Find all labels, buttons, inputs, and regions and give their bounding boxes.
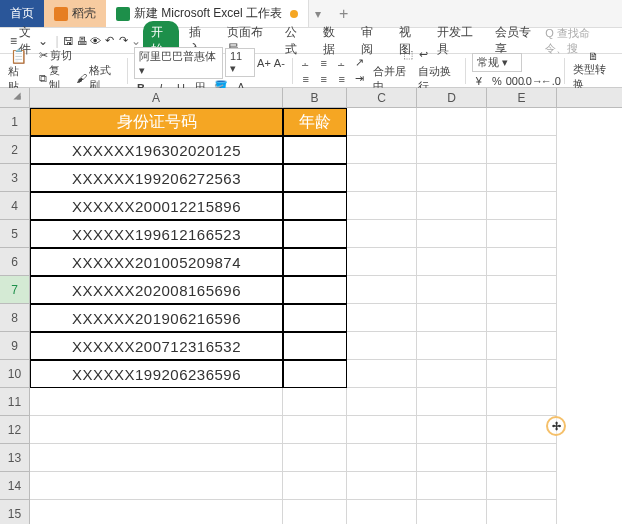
- cell-b1[interactable]: 年龄: [283, 108, 347, 136]
- cell-a10[interactable]: XXXXXX199206236596: [30, 360, 283, 388]
- cell-c13[interactable]: [347, 444, 417, 472]
- decimal-inc-icon[interactable]: .0→: [526, 74, 540, 88]
- cell-b3[interactable]: [283, 164, 347, 192]
- preview-icon[interactable]: 👁: [90, 34, 102, 48]
- col-header-b[interactable]: B: [283, 88, 347, 107]
- merge-icon[interactable]: ⬚: [401, 48, 415, 62]
- cell-a7[interactable]: XXXXXX202008165696: [30, 276, 283, 304]
- qat-chevron-icon[interactable]: ⌄: [131, 34, 141, 48]
- row-header[interactable]: 2: [0, 136, 30, 164]
- row-header[interactable]: 12: [0, 416, 30, 444]
- cell-e9[interactable]: [487, 332, 557, 360]
- row-header[interactable]: 4: [0, 192, 30, 220]
- cell-a11[interactable]: [30, 388, 283, 416]
- cell-c14[interactable]: [347, 472, 417, 500]
- cell-c10[interactable]: [347, 360, 417, 388]
- cell-d11[interactable]: [417, 388, 487, 416]
- cell-d13[interactable]: [417, 444, 487, 472]
- row-header[interactable]: 5: [0, 220, 30, 248]
- cell-e14[interactable]: [487, 472, 557, 500]
- indent-icon[interactable]: ⇥: [353, 72, 367, 86]
- cell-c5[interactable]: [347, 220, 417, 248]
- cell-b15[interactable]: [283, 500, 347, 524]
- cell-c11[interactable]: [347, 388, 417, 416]
- cell-a1[interactable]: 身份证号码: [30, 108, 283, 136]
- cell-c15[interactable]: [347, 500, 417, 524]
- cell-e11[interactable]: [487, 388, 557, 416]
- align-left-icon[interactable]: ≡: [299, 72, 313, 86]
- cell-a12[interactable]: [30, 416, 283, 444]
- col-header-c[interactable]: C: [347, 88, 417, 107]
- cell-b10[interactable]: [283, 360, 347, 388]
- select-all-corner[interactable]: [0, 88, 30, 107]
- type-convert-button[interactable]: 🗎 类型转换: [571, 50, 616, 92]
- cell-d9[interactable]: [417, 332, 487, 360]
- cell-a9[interactable]: XXXXXX200712316532: [30, 332, 283, 360]
- cell-c6[interactable]: [347, 248, 417, 276]
- cell-d1[interactable]: [417, 108, 487, 136]
- cell-b7[interactable]: [283, 276, 347, 304]
- cut-button[interactable]: ✂剪切: [37, 48, 74, 63]
- cell-e3[interactable]: [487, 164, 557, 192]
- align-right-icon[interactable]: ≡: [335, 72, 349, 86]
- ribbon-data[interactable]: 数据: [315, 21, 351, 61]
- font-size-select[interactable]: 11 ▾: [225, 48, 255, 77]
- cell-b8[interactable]: [283, 304, 347, 332]
- cell-d7[interactable]: [417, 276, 487, 304]
- cell-d3[interactable]: [417, 164, 487, 192]
- cell-a8[interactable]: XXXXXX201906216596: [30, 304, 283, 332]
- currency-icon[interactable]: ¥: [472, 74, 486, 88]
- cell-b13[interactable]: [283, 444, 347, 472]
- redo-icon[interactable]: ↷: [117, 34, 129, 48]
- cell-a4[interactable]: XXXXXX200012215896: [30, 192, 283, 220]
- save-icon[interactable]: 🖫: [63, 34, 75, 48]
- cell-a13[interactable]: [30, 444, 283, 472]
- cell-e6[interactable]: [487, 248, 557, 276]
- decimal-dec-icon[interactable]: ←.0: [544, 74, 558, 88]
- col-header-d[interactable]: D: [417, 88, 487, 107]
- cell-e1[interactable]: [487, 108, 557, 136]
- cell-d15[interactable]: [417, 500, 487, 524]
- align-center-icon[interactable]: ≡: [317, 72, 331, 86]
- row-header[interactable]: 1: [0, 108, 30, 136]
- row-header[interactable]: 11: [0, 388, 30, 416]
- row-header[interactable]: 7: [0, 276, 30, 304]
- cell-c3[interactable]: [347, 164, 417, 192]
- cell-b12[interactable]: [283, 416, 347, 444]
- cell-b5[interactable]: [283, 220, 347, 248]
- cell-e8[interactable]: [487, 304, 557, 332]
- cell-b2[interactable]: [283, 136, 347, 164]
- cell-d6[interactable]: [417, 248, 487, 276]
- cell-b14[interactable]: [283, 472, 347, 500]
- wrap-icon[interactable]: ↩: [417, 48, 431, 62]
- row-header[interactable]: 8: [0, 304, 30, 332]
- row-header[interactable]: 13: [0, 444, 30, 472]
- paste-button[interactable]: 📋 粘贴: [6, 48, 31, 94]
- cell-d8[interactable]: [417, 304, 487, 332]
- cell-a15[interactable]: [30, 500, 283, 524]
- cell-c12[interactable]: [347, 416, 417, 444]
- decrease-font-icon[interactable]: A-: [273, 56, 286, 70]
- increase-font-icon[interactable]: A+: [257, 56, 271, 70]
- undo-icon[interactable]: ↶: [104, 34, 116, 48]
- align-middle-icon[interactable]: ≡: [317, 56, 331, 70]
- percent-icon[interactable]: %: [490, 74, 504, 88]
- cell-e15[interactable]: [487, 500, 557, 524]
- print-icon[interactable]: 🖶: [76, 34, 88, 48]
- align-top-icon[interactable]: ⫠: [299, 56, 313, 70]
- cell-d4[interactable]: [417, 192, 487, 220]
- cell-e10[interactable]: [487, 360, 557, 388]
- orientation-icon[interactable]: ↗: [353, 56, 367, 70]
- cell-c7[interactable]: [347, 276, 417, 304]
- col-header-a[interactable]: A: [30, 88, 283, 107]
- cell-d12[interactable]: [417, 416, 487, 444]
- cell-e13[interactable]: [487, 444, 557, 472]
- cell-e7[interactable]: [487, 276, 557, 304]
- cell-d2[interactable]: [417, 136, 487, 164]
- cell-b11[interactable]: [283, 388, 347, 416]
- comma-icon[interactable]: 000: [508, 74, 522, 88]
- cell-a6[interactable]: XXXXXX201005209874: [30, 248, 283, 276]
- cell-a5[interactable]: XXXXXX199612166523: [30, 220, 283, 248]
- cell-b4[interactable]: [283, 192, 347, 220]
- row-header[interactable]: 15: [0, 500, 30, 524]
